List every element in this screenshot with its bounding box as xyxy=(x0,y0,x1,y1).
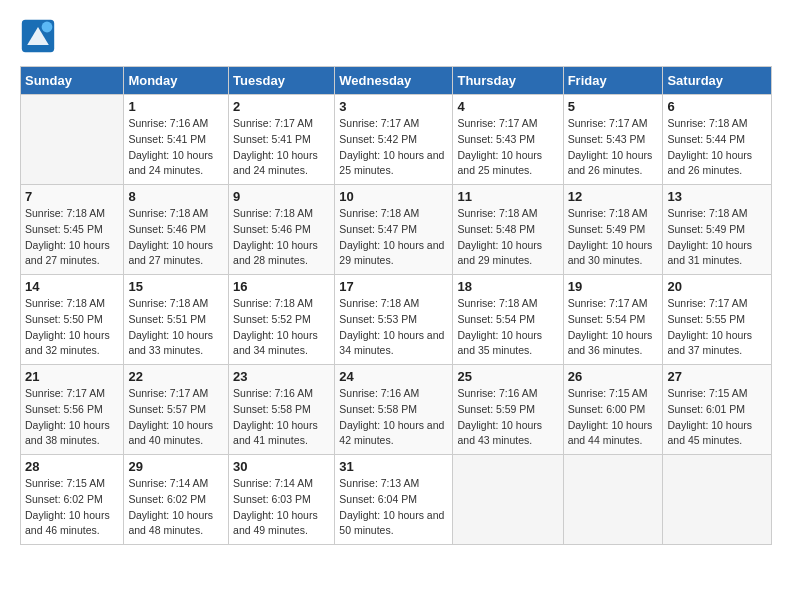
calendar-cell xyxy=(21,95,124,185)
day-number: 1 xyxy=(128,99,224,114)
day-info: Sunrise: 7:14 AMSunset: 6:02 PMDaylight:… xyxy=(128,476,224,539)
day-number: 14 xyxy=(25,279,119,294)
calendar-cell: 26Sunrise: 7:15 AMSunset: 6:00 PMDayligh… xyxy=(563,365,663,455)
calendar-cell xyxy=(563,455,663,545)
day-info: Sunrise: 7:15 AMSunset: 6:01 PMDaylight:… xyxy=(667,386,767,449)
weekday-header-friday: Friday xyxy=(563,67,663,95)
day-info: Sunrise: 7:16 AMSunset: 5:58 PMDaylight:… xyxy=(339,386,448,449)
day-info: Sunrise: 7:18 AMSunset: 5:46 PMDaylight:… xyxy=(233,206,330,269)
calendar-cell: 22Sunrise: 7:17 AMSunset: 5:57 PMDayligh… xyxy=(124,365,229,455)
day-number: 9 xyxy=(233,189,330,204)
calendar-cell: 6Sunrise: 7:18 AMSunset: 5:44 PMDaylight… xyxy=(663,95,772,185)
calendar-cell: 9Sunrise: 7:18 AMSunset: 5:46 PMDaylight… xyxy=(229,185,335,275)
day-info: Sunrise: 7:13 AMSunset: 6:04 PMDaylight:… xyxy=(339,476,448,539)
day-number: 5 xyxy=(568,99,659,114)
day-number: 4 xyxy=(457,99,558,114)
day-info: Sunrise: 7:14 AMSunset: 6:03 PMDaylight:… xyxy=(233,476,330,539)
day-info: Sunrise: 7:15 AMSunset: 6:02 PMDaylight:… xyxy=(25,476,119,539)
calendar-cell: 17Sunrise: 7:18 AMSunset: 5:53 PMDayligh… xyxy=(335,275,453,365)
week-row-1: 1Sunrise: 7:16 AMSunset: 5:41 PMDaylight… xyxy=(21,95,772,185)
day-number: 29 xyxy=(128,459,224,474)
calendar-cell: 24Sunrise: 7:16 AMSunset: 5:58 PMDayligh… xyxy=(335,365,453,455)
day-info: Sunrise: 7:18 AMSunset: 5:45 PMDaylight:… xyxy=(25,206,119,269)
calendar-cell: 30Sunrise: 7:14 AMSunset: 6:03 PMDayligh… xyxy=(229,455,335,545)
calendar-cell: 3Sunrise: 7:17 AMSunset: 5:42 PMDaylight… xyxy=(335,95,453,185)
weekday-header-tuesday: Tuesday xyxy=(229,67,335,95)
weekday-header-monday: Monday xyxy=(124,67,229,95)
calendar-cell: 21Sunrise: 7:17 AMSunset: 5:56 PMDayligh… xyxy=(21,365,124,455)
day-info: Sunrise: 7:17 AMSunset: 5:42 PMDaylight:… xyxy=(339,116,448,179)
day-number: 20 xyxy=(667,279,767,294)
day-info: Sunrise: 7:16 AMSunset: 5:59 PMDaylight:… xyxy=(457,386,558,449)
day-info: Sunrise: 7:18 AMSunset: 5:48 PMDaylight:… xyxy=(457,206,558,269)
weekday-header-saturday: Saturday xyxy=(663,67,772,95)
week-row-5: 28Sunrise: 7:15 AMSunset: 6:02 PMDayligh… xyxy=(21,455,772,545)
calendar-cell: 8Sunrise: 7:18 AMSunset: 5:46 PMDaylight… xyxy=(124,185,229,275)
calendar-cell: 20Sunrise: 7:17 AMSunset: 5:55 PMDayligh… xyxy=(663,275,772,365)
calendar-cell: 1Sunrise: 7:16 AMSunset: 5:41 PMDaylight… xyxy=(124,95,229,185)
day-number: 25 xyxy=(457,369,558,384)
day-info: Sunrise: 7:18 AMSunset: 5:53 PMDaylight:… xyxy=(339,296,448,359)
day-number: 13 xyxy=(667,189,767,204)
logo-icon xyxy=(20,18,56,54)
day-number: 26 xyxy=(568,369,659,384)
weekday-header-wednesday: Wednesday xyxy=(335,67,453,95)
day-number: 24 xyxy=(339,369,448,384)
day-number: 7 xyxy=(25,189,119,204)
calendar-cell: 18Sunrise: 7:18 AMSunset: 5:54 PMDayligh… xyxy=(453,275,563,365)
day-number: 8 xyxy=(128,189,224,204)
calendar-cell: 23Sunrise: 7:16 AMSunset: 5:58 PMDayligh… xyxy=(229,365,335,455)
day-number: 15 xyxy=(128,279,224,294)
day-info: Sunrise: 7:16 AMSunset: 5:41 PMDaylight:… xyxy=(128,116,224,179)
day-info: Sunrise: 7:17 AMSunset: 5:43 PMDaylight:… xyxy=(457,116,558,179)
calendar-cell: 31Sunrise: 7:13 AMSunset: 6:04 PMDayligh… xyxy=(335,455,453,545)
calendar-cell: 2Sunrise: 7:17 AMSunset: 5:41 PMDaylight… xyxy=(229,95,335,185)
day-info: Sunrise: 7:18 AMSunset: 5:47 PMDaylight:… xyxy=(339,206,448,269)
day-number: 19 xyxy=(568,279,659,294)
day-number: 21 xyxy=(25,369,119,384)
day-info: Sunrise: 7:17 AMSunset: 5:41 PMDaylight:… xyxy=(233,116,330,179)
day-number: 10 xyxy=(339,189,448,204)
day-number: 16 xyxy=(233,279,330,294)
page-header xyxy=(20,20,772,56)
day-number: 12 xyxy=(568,189,659,204)
calendar-cell: 15Sunrise: 7:18 AMSunset: 5:51 PMDayligh… xyxy=(124,275,229,365)
day-info: Sunrise: 7:17 AMSunset: 5:43 PMDaylight:… xyxy=(568,116,659,179)
calendar-cell xyxy=(663,455,772,545)
day-info: Sunrise: 7:18 AMSunset: 5:49 PMDaylight:… xyxy=(568,206,659,269)
day-info: Sunrise: 7:18 AMSunset: 5:54 PMDaylight:… xyxy=(457,296,558,359)
day-number: 31 xyxy=(339,459,448,474)
calendar-cell: 27Sunrise: 7:15 AMSunset: 6:01 PMDayligh… xyxy=(663,365,772,455)
day-info: Sunrise: 7:17 AMSunset: 5:56 PMDaylight:… xyxy=(25,386,119,449)
day-number: 17 xyxy=(339,279,448,294)
weekday-header-sunday: Sunday xyxy=(21,67,124,95)
day-number: 11 xyxy=(457,189,558,204)
calendar-cell: 4Sunrise: 7:17 AMSunset: 5:43 PMDaylight… xyxy=(453,95,563,185)
calendar-cell xyxy=(453,455,563,545)
day-info: Sunrise: 7:16 AMSunset: 5:58 PMDaylight:… xyxy=(233,386,330,449)
day-number: 6 xyxy=(667,99,767,114)
day-info: Sunrise: 7:18 AMSunset: 5:46 PMDaylight:… xyxy=(128,206,224,269)
calendar-cell: 7Sunrise: 7:18 AMSunset: 5:45 PMDaylight… xyxy=(21,185,124,275)
day-number: 2 xyxy=(233,99,330,114)
day-number: 18 xyxy=(457,279,558,294)
day-number: 22 xyxy=(128,369,224,384)
day-info: Sunrise: 7:15 AMSunset: 6:00 PMDaylight:… xyxy=(568,386,659,449)
day-info: Sunrise: 7:18 AMSunset: 5:52 PMDaylight:… xyxy=(233,296,330,359)
calendar-table: SundayMondayTuesdayWednesdayThursdayFrid… xyxy=(20,66,772,545)
day-number: 23 xyxy=(233,369,330,384)
week-row-4: 21Sunrise: 7:17 AMSunset: 5:56 PMDayligh… xyxy=(21,365,772,455)
day-info: Sunrise: 7:18 AMSunset: 5:49 PMDaylight:… xyxy=(667,206,767,269)
day-info: Sunrise: 7:18 AMSunset: 5:51 PMDaylight:… xyxy=(128,296,224,359)
calendar-cell: 19Sunrise: 7:17 AMSunset: 5:54 PMDayligh… xyxy=(563,275,663,365)
calendar-cell: 5Sunrise: 7:17 AMSunset: 5:43 PMDaylight… xyxy=(563,95,663,185)
calendar-cell: 13Sunrise: 7:18 AMSunset: 5:49 PMDayligh… xyxy=(663,185,772,275)
calendar-cell: 10Sunrise: 7:18 AMSunset: 5:47 PMDayligh… xyxy=(335,185,453,275)
day-info: Sunrise: 7:17 AMSunset: 5:57 PMDaylight:… xyxy=(128,386,224,449)
weekday-header-row: SundayMondayTuesdayWednesdayThursdayFrid… xyxy=(21,67,772,95)
svg-point-2 xyxy=(42,22,53,33)
day-number: 30 xyxy=(233,459,330,474)
calendar-cell: 12Sunrise: 7:18 AMSunset: 5:49 PMDayligh… xyxy=(563,185,663,275)
week-row-3: 14Sunrise: 7:18 AMSunset: 5:50 PMDayligh… xyxy=(21,275,772,365)
day-number: 3 xyxy=(339,99,448,114)
